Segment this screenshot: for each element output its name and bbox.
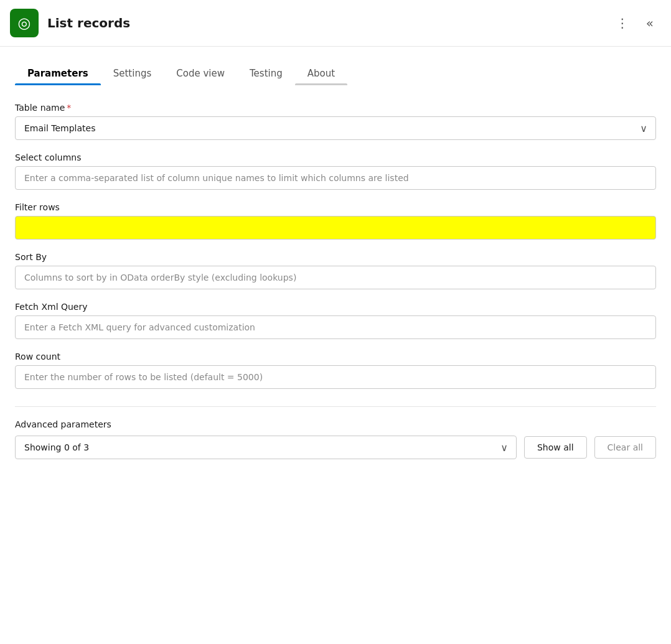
sort-by-input[interactable]	[15, 266, 656, 289]
filter-rows-input[interactable]: title eq 'Lead Reply-Web Site Visit'	[15, 216, 656, 240]
clear-all-button[interactable]: Clear all	[594, 436, 656, 459]
sort-by-field-group: Sort By	[15, 252, 656, 289]
filter-rows-label: Filter rows	[15, 202, 656, 212]
table-name-field-group: Table name * Email Templates ∨	[15, 103, 656, 140]
row-count-label: Row count	[15, 352, 656, 362]
required-indicator: *	[67, 103, 71, 113]
advanced-parameters-select[interactable]: Showing 0 of 3	[15, 436, 517, 459]
header-actions: ⋮ «	[611, 13, 659, 33]
more-options-button[interactable]: ⋮	[611, 13, 634, 33]
tab-parameters[interactable]: Parameters	[15, 62, 101, 85]
app-logo: ◎	[10, 9, 39, 37]
fetch-xml-label: Fetch Xml Query	[15, 302, 656, 312]
row-count-input[interactable]	[15, 365, 656, 389]
advanced-parameters-row: Showing 0 of 3 ∨ Show all Clear all	[15, 436, 656, 459]
advanced-select-wrapper: Showing 0 of 3 ∨	[15, 436, 517, 459]
collapse-panel-button[interactable]: «	[641, 13, 659, 33]
tab-settings[interactable]: Settings	[101, 62, 164, 85]
logo-icon: ◎	[18, 14, 31, 32]
fetch-xml-input[interactable]	[15, 315, 656, 339]
filter-rows-field-group: Filter rows title eq 'Lead Reply-Web Sit…	[15, 202, 656, 240]
header: ◎ List records ⋮ «	[0, 0, 671, 47]
advanced-parameters-section: Advanced parameters Showing 0 of 3 ∨ Sho…	[15, 419, 656, 459]
header-left: ◎ List records	[10, 9, 130, 37]
show-all-button[interactable]: Show all	[524, 436, 587, 459]
table-name-label: Table name *	[15, 103, 656, 113]
advanced-parameters-label: Advanced parameters	[15, 419, 656, 429]
tab-testing[interactable]: Testing	[237, 62, 295, 85]
select-columns-input[interactable]	[15, 166, 656, 190]
page-title: List records	[47, 16, 130, 30]
tabs-bar: Parameters Settings Code view Testing Ab…	[0, 62, 671, 85]
tab-about[interactable]: About	[295, 62, 347, 85]
row-count-field-group: Row count	[15, 352, 656, 389]
table-name-select[interactable]: Email Templates	[15, 116, 656, 140]
main-content: Table name * Email Templates ∨ Select co…	[0, 85, 671, 474]
table-name-select-wrapper: Email Templates ∨	[15, 116, 656, 140]
section-divider	[15, 406, 656, 407]
tab-code-view[interactable]: Code view	[164, 62, 237, 85]
select-columns-field-group: Select columns	[15, 152, 656, 190]
select-columns-label: Select columns	[15, 152, 656, 162]
fetch-xml-field-group: Fetch Xml Query	[15, 302, 656, 339]
sort-by-label: Sort By	[15, 252, 656, 262]
